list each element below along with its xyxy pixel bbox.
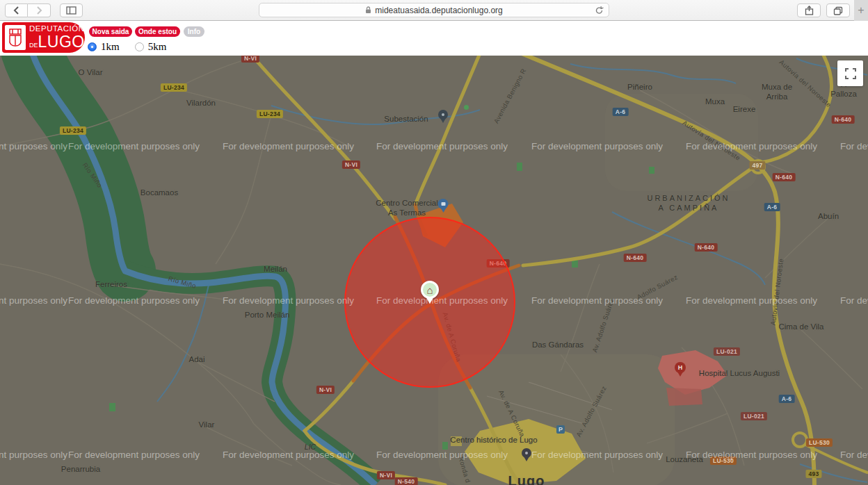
map-place-label: Hospital Lucus Augusti [699, 368, 780, 378]
map-place-label: Eirexe [733, 104, 756, 114]
map-place-label: LIC [305, 443, 316, 452]
onde-estou-button[interactable]: Onde estou [135, 26, 180, 37]
road-badge: A-6 [613, 108, 629, 116]
house-icon: ⌂ [426, 284, 433, 296]
tab-overview-button[interactable] [826, 3, 850, 17]
road-badge: LU-530 [710, 457, 737, 465]
map-place-label: Piñeiro [627, 82, 652, 92]
new-tab-button[interactable]: + [854, 0, 868, 21]
map-canvas[interactable]: For development purposes onlyFor develop… [0, 56, 868, 485]
lock-icon [365, 6, 371, 14]
dev-watermark: For development purposes only [686, 141, 817, 151]
dev-watermark: For development purposes only [686, 295, 817, 306]
radio-1km-label: 1km [101, 41, 120, 53]
street-label: Río Miño [81, 161, 104, 189]
map-place-label: Centro histórico de Lugo [450, 435, 537, 445]
road-badge: LU-234 [60, 126, 86, 135]
road-badge: N-VI [377, 471, 395, 479]
hospital-pin[interactable]: H [675, 362, 686, 377]
map-place-label: Adai [188, 354, 204, 364]
nova-saida-button[interactable]: Nova saida [89, 26, 132, 37]
road-badge: N-640 [624, 254, 647, 262]
as-termas-shopping-pin[interactable] [438, 199, 449, 213]
dev-watermark: For development purposes only [840, 141, 868, 151]
dev-watermark: For development purposes only [840, 295, 868, 306]
dev-watermark: For development purposes only [531, 141, 663, 151]
road-badge: N-VI [241, 56, 259, 63]
dev-watermark: For development purposes only [0, 295, 67, 306]
street-label: Autovía del Noroeste [681, 119, 741, 162]
dev-watermark: For development purposes only [376, 450, 508, 460]
street-label: Av. Adolfo Suárez [574, 384, 608, 438]
road-badge: N-640 [832, 115, 855, 124]
url-text: mideatuasaida.deputacionlugo.org [375, 6, 502, 15]
map-place-label: Das Gándaras [532, 340, 584, 350]
origin-marker[interactable]: ⌂ [421, 281, 439, 304]
app-header: DEPUTACIÓN DE LUGO Nova saida Onde estou… [0, 21, 868, 56]
road-badge: LU-234 [257, 110, 283, 118]
logo-de: DE [29, 42, 38, 49]
dev-watermark: For development purposes only [68, 295, 200, 306]
back-button[interactable] [5, 3, 28, 17]
dev-watermark: For development purposes only [0, 141, 67, 151]
share-icon [805, 6, 814, 15]
road-badge: LU-021 [741, 412, 767, 420]
map-place-label: Bocamaos [140, 188, 178, 197]
map-place-label: Meilán [264, 264, 287, 274]
map-place-label: O Vilar [79, 67, 103, 77]
street-label: Río Miño [168, 274, 198, 290]
fullscreen-icon [844, 67, 857, 80]
plus-icon: + [858, 4, 864, 17]
road-badge: N-640 [695, 243, 718, 252]
centro-historico-pin[interactable] [522, 448, 531, 461]
dev-watermark: For development purposes only [686, 450, 817, 460]
street-label: Av. Adolfo Suárez [590, 297, 616, 354]
road-badge: N-VI [342, 161, 360, 169]
road-badge: A-6 [764, 203, 780, 211]
dev-watermark: For development purposes only [223, 450, 354, 460]
street-label: Autovía del Noroeste [769, 258, 785, 325]
deputacion-lugo-logo: DEPUTACIÓN DE LUGO [2, 22, 85, 53]
dev-watermark: For development purposes only [531, 295, 663, 306]
sidebar-toggle-button[interactable] [60, 3, 83, 17]
street-label: Autovía del Noroeste [778, 58, 833, 109]
map-place-label: Cima de Vila [779, 322, 824, 331]
chevron-right-icon [36, 6, 42, 15]
street-label: Av. de A Coruña [497, 388, 527, 438]
subestacion-pin[interactable] [438, 110, 448, 123]
road-badge: LU-234 [161, 83, 187, 92]
road-badge: N-640 [773, 173, 796, 181]
address-bar[interactable]: mideatuasaida.deputacionlugo.org [259, 3, 609, 17]
forward-button[interactable] [28, 3, 51, 17]
road-badge: LU-530 [806, 438, 833, 447]
road-badge: 497 [749, 161, 765, 170]
info-button[interactable]: Info [184, 26, 204, 37]
dev-watermark: For development purposes only [0, 450, 67, 460]
dev-watermark: For development purposes only [223, 141, 354, 151]
reload-icon[interactable] [595, 6, 604, 17]
road-badge: 493 [805, 470, 821, 478]
dev-watermark: For development purposes only [840, 450, 868, 460]
map-place-label: Muxa de Arriba [762, 82, 792, 102]
street-label: Adolfo Suárez [636, 273, 679, 301]
chevron-left-icon [13, 6, 19, 15]
map-place-label: Penarrubia [61, 464, 100, 474]
deputacion-crest-icon [5, 25, 26, 50]
green-dot-marker [464, 105, 469, 110]
radius-radio-group: 1km 5km [88, 41, 182, 53]
tabs-icon [833, 6, 843, 15]
logo-lugo: LUGO [38, 34, 85, 50]
radio-5km[interactable] [135, 42, 144, 51]
map-place-label: Subestación [384, 114, 428, 124]
share-button[interactable] [797, 3, 821, 17]
map-place-label: Louzaneta [666, 454, 703, 464]
dev-watermark: For development purposes only [68, 141, 200, 151]
fullscreen-button[interactable] [837, 60, 863, 86]
radio-1km[interactable] [88, 42, 97, 51]
street-label: Ronda d [457, 456, 472, 484]
road-badge: A-6 [779, 395, 795, 403]
map-place-label: Vilar [199, 420, 215, 429]
map-place-label: URBANIZACIÓN A CAMPIÑA [647, 194, 730, 213]
map-place-label: Muxa [705, 97, 725, 106]
street-label: Avenida Benigno R [492, 67, 527, 125]
